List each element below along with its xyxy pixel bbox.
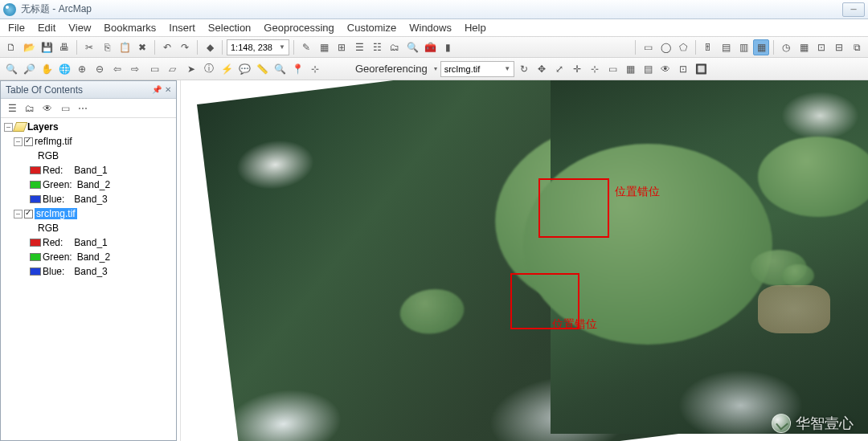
new-icon[interactable]: 🗋 bbox=[3, 39, 19, 55]
find-route-icon[interactable]: 📍 bbox=[289, 61, 305, 77]
minimize-button[interactable]: ─ bbox=[842, 2, 865, 17]
pointer-icon[interactable]: ➤ bbox=[183, 61, 199, 77]
band-value: Band_3 bbox=[74, 194, 107, 205]
georef-delete-icon[interactable]: ▤ bbox=[640, 61, 656, 77]
tree-layer-refimg[interactable]: – refImg.tif bbox=[1, 134, 176, 149]
layer-checkbox[interactable] bbox=[24, 137, 33, 146]
georef-zoom-icon[interactable]: 🔲 bbox=[693, 61, 709, 77]
search-icon[interactable]: 🔍 bbox=[404, 39, 420, 55]
drawing-poly-icon[interactable]: ⬠ bbox=[675, 39, 691, 55]
tree-layer-srcimg[interactable]: – srcImg.tif bbox=[1, 206, 176, 221]
find-icon[interactable]: 🔍 bbox=[272, 61, 288, 77]
window-icon-c[interactable]: ⧉ bbox=[849, 39, 865, 55]
georef-addpoint-icon[interactable]: ✛ bbox=[569, 61, 585, 77]
toc-pin-icon[interactable]: 📌 bbox=[152, 85, 162, 94]
paste-icon[interactable]: 📋 bbox=[117, 39, 133, 55]
toc-list-by-selection-icon[interactable]: ▭ bbox=[57, 100, 73, 116]
open-icon[interactable]: 📂 bbox=[21, 39, 37, 55]
window-controls: ─ bbox=[842, 2, 865, 17]
georef-dropdown-icon[interactable]: ▾ bbox=[432, 65, 439, 72]
georef-viewlink-icon[interactable]: 👁 bbox=[657, 61, 674, 77]
cut-icon[interactable]: ✂ bbox=[81, 39, 97, 55]
delete-icon[interactable]: ✖ bbox=[134, 39, 150, 55]
drawing-rect-icon[interactable]: ▭ bbox=[640, 39, 656, 55]
goto-xy-icon[interactable]: ⊹ bbox=[307, 61, 323, 77]
html-popup-icon[interactable]: 💬 bbox=[236, 61, 252, 77]
full-extent-icon[interactable]: 🌐 bbox=[56, 61, 72, 77]
toolbox-icon[interactable]: 🧰 bbox=[422, 39, 438, 55]
pan-icon[interactable]: ✋ bbox=[39, 61, 55, 77]
toolbar-icon-b[interactable]: ⊞ bbox=[334, 39, 350, 55]
band-label: Red: bbox=[43, 165, 63, 176]
scale-input[interactable]: 1:148, 238▼ bbox=[227, 39, 289, 55]
blue-swatch-icon bbox=[30, 195, 41, 203]
measure-icon[interactable]: 📏 bbox=[254, 61, 270, 77]
drawing-circle-icon[interactable]: ◯ bbox=[657, 39, 674, 55]
fixed-zoom-out-icon[interactable]: ⊖ bbox=[92, 61, 108, 77]
fixed-zoom-in-icon[interactable]: ⊕ bbox=[74, 61, 90, 77]
swipe-icon[interactable]: ▤ bbox=[718, 39, 734, 55]
workspace: Table Of Contents 📌 ✕ ☰ 🗂 👁 ▭ ⋯ – Layers… bbox=[0, 80, 868, 441]
georef-autopoint-icon[interactable]: ⊹ bbox=[587, 61, 603, 77]
transparency-icon[interactable]: ▦ bbox=[753, 39, 769, 55]
toolbar-icon-a[interactable]: ▦ bbox=[316, 39, 332, 55]
window-icon-a[interactable]: ⊡ bbox=[813, 39, 829, 55]
effects-icon[interactable]: 🎚 bbox=[700, 39, 716, 55]
map-view[interactable]: 位置错位 位置错位 华智壹心 bbox=[180, 80, 868, 441]
python-icon[interactable]: ▮ bbox=[440, 39, 456, 55]
menu-edit[interactable]: Edit bbox=[31, 19, 62, 36]
zoom-out-icon[interactable]: 🔎 bbox=[21, 61, 37, 77]
band-value: Band_2 bbox=[77, 179, 110, 190]
clear-select-icon[interactable]: ▱ bbox=[164, 61, 180, 77]
redo-icon[interactable]: ↷ bbox=[177, 39, 193, 55]
identify-icon[interactable]: ⓘ bbox=[201, 61, 217, 77]
collapse-icon[interactable]: – bbox=[14, 137, 23, 146]
menu-insert[interactable]: Insert bbox=[162, 19, 202, 36]
menu-windows[interactable]: Windows bbox=[403, 19, 458, 36]
menu-view[interactable]: View bbox=[62, 19, 97, 36]
georef-select-icon[interactable]: ▭ bbox=[604, 61, 620, 77]
georef-shift-icon[interactable]: ✥ bbox=[534, 61, 550, 77]
flicker-icon[interactable]: ▥ bbox=[735, 39, 751, 55]
window-icon-b[interactable]: ⊟ bbox=[831, 39, 847, 55]
georef-linktable-icon[interactable]: ▦ bbox=[622, 61, 638, 77]
layer-checkbox[interactable] bbox=[24, 210, 33, 218]
catalog-icon[interactable]: 🗂 bbox=[387, 39, 403, 55]
menu-selection[interactable]: Selection bbox=[202, 19, 257, 36]
georef-layer-select[interactable]: srcImg.tif ▼ bbox=[440, 61, 515, 77]
toc-options-icon[interactable]: ⋯ bbox=[75, 100, 91, 116]
toc-list-by-visibility-icon[interactable]: 👁 bbox=[39, 100, 55, 116]
toolbar-icon-d[interactable]: ☷ bbox=[369, 39, 385, 55]
table-icon[interactable]: ▦ bbox=[796, 39, 812, 55]
copy-icon[interactable]: ⎘ bbox=[99, 39, 115, 55]
prev-extent-icon[interactable]: ⇦ bbox=[109, 61, 125, 77]
collapse-icon[interactable]: – bbox=[4, 123, 13, 132]
next-extent-icon[interactable]: ⇨ bbox=[127, 61, 143, 77]
add-data-icon[interactable]: ◆ bbox=[202, 39, 218, 55]
menu-bookmarks[interactable]: Bookmarks bbox=[97, 19, 162, 36]
menu-customize[interactable]: Customize bbox=[341, 19, 403, 36]
undo-icon[interactable]: ↶ bbox=[159, 39, 175, 55]
watermark: 华智壹心 bbox=[772, 414, 854, 433]
editor-toolbar-icon[interactable]: ✎ bbox=[298, 39, 314, 55]
georef-rotate-icon[interactable]: ↻ bbox=[516, 61, 532, 77]
toc-list-by-source-icon[interactable]: 🗂 bbox=[22, 100, 38, 116]
hyperlink-icon[interactable]: ⚡ bbox=[219, 61, 235, 77]
layer-name-selected: srcImg.tif bbox=[35, 208, 77, 219]
print-icon[interactable]: 🖶 bbox=[56, 39, 72, 55]
save-icon[interactable]: 💾 bbox=[39, 39, 55, 55]
collapse-icon[interactable]: – bbox=[14, 210, 23, 218]
band-label: Green: bbox=[43, 179, 72, 190]
tree-root-layers[interactable]: – Layers bbox=[1, 120, 176, 134]
menu-geoprocessing[interactable]: Geoprocessing bbox=[257, 19, 340, 36]
toolbar-icon-c[interactable]: ☰ bbox=[351, 39, 367, 55]
menu-file[interactable]: File bbox=[2, 19, 31, 36]
toc-list-by-drawing-icon[interactable]: ☰ bbox=[4, 100, 20, 116]
time-icon[interactable]: ◷ bbox=[778, 39, 794, 55]
zoom-in-icon[interactable]: 🔍 bbox=[3, 61, 19, 77]
select-icon[interactable]: ▭ bbox=[146, 61, 162, 77]
toc-close-icon[interactable]: ✕ bbox=[165, 85, 171, 94]
georef-scale-icon[interactable]: ⤢ bbox=[551, 61, 567, 77]
menu-help[interactable]: Help bbox=[458, 19, 493, 36]
georef-reset-icon[interactable]: ⊡ bbox=[675, 61, 691, 77]
